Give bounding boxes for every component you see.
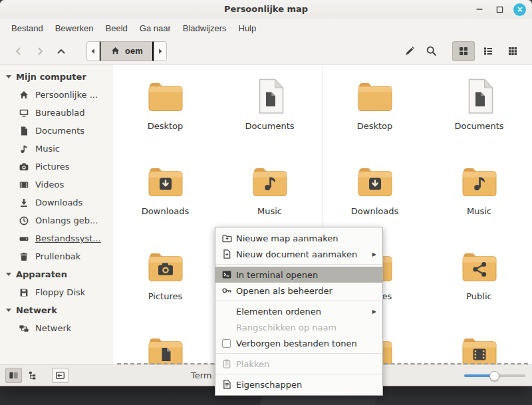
file-documents[interactable]: Documents	[430, 75, 529, 160]
file-documents[interactable]: Documents	[220, 75, 320, 160]
menubar-item-bladwijzers[interactable]: Bladwijzers	[177, 21, 233, 36]
menubar-item-bestand[interactable]: Bestand	[5, 21, 49, 36]
sidebar-item-persoonlijke[interactable]: Persoonlijke ...	[0, 86, 113, 104]
breadcrumb-right-button[interactable]	[154, 41, 167, 61]
menu-separator	[215, 301, 382, 301]
folder-download-icon	[144, 160, 187, 203]
breadcrumb-left-button[interactable]	[86, 41, 100, 61]
minimize-button[interactable]	[473, 3, 485, 15]
menu-item-verborgen-bestanden-tonen[interactable]: Verborgen bestanden tonen	[215, 335, 382, 351]
file-public[interactable]: Public	[430, 245, 529, 331]
checkbox-icon[interactable]	[221, 338, 232, 348]
menu-item-in-terminal-openen[interactable]: In terminal openen	[215, 267, 382, 283]
forward-button[interactable]	[29, 42, 51, 61]
file-label: Documents	[245, 121, 294, 131]
folder-music-icon	[249, 160, 291, 203]
back-icon	[13, 46, 24, 57]
window-controls	[473, 0, 526, 19]
sidebar-item-label: Onlangs geb...	[35, 215, 98, 225]
section-caret-icon	[6, 273, 11, 276]
sidebar-section-label: Mijn computer	[16, 72, 86, 82]
treeview-sidebar-button[interactable]	[25, 368, 41, 383]
floppy-icon	[19, 287, 29, 298]
titlebar[interactable]: Persoonlijke map	[0, 0, 532, 19]
sidebar-section-mijn-computer[interactable]: Mijn computer	[0, 68, 113, 86]
list-view-button[interactable]	[477, 41, 499, 61]
sidebar-item-pictures[interactable]: Pictures	[0, 158, 113, 176]
menu-item-openen-als-beheerder[interactable]: Openen als beheerder	[215, 283, 382, 299]
maximize-button[interactable]	[493, 3, 505, 15]
sidebar-item-label: Videos	[35, 180, 64, 190]
menu-item-label: Plakken	[236, 359, 269, 369]
submenu-arrow-icon: ▶	[372, 251, 376, 257]
menu-item-nieuw-document-aanmaken[interactable]: Nieuw document aanmaken▶	[215, 246, 382, 262]
file-downloads[interactable]: Downloads	[116, 160, 215, 245]
sidebar-item-bestandssyst[interactable]: Bestandssyst...	[0, 229, 113, 247]
menubar-item-hulp[interactable]: Hulp	[233, 21, 263, 36]
home-icon	[19, 90, 29, 100]
sidebar-item-netwerk[interactable]: Netwerk	[0, 319, 113, 337]
menu-item-nieuwe-map-aanmaken[interactable]: Nieuwe map aanmaken	[215, 230, 382, 246]
menu-item-eigenschappen[interactable]: Eigenschappen	[215, 376, 382, 392]
zoom-slider-handle[interactable]	[489, 371, 499, 381]
zoom-slider[interactable]	[464, 365, 525, 386]
file-label: Music	[257, 206, 282, 216]
folder-video-icon	[458, 331, 501, 364]
file-label: Downloads	[142, 206, 189, 216]
sidebar-item-label: Bestandssyst...	[35, 233, 101, 243]
menu-item-label: Verborgen bestanden tonen	[236, 338, 357, 348]
breadcrumb-label: oem	[125, 46, 143, 56]
file-videos[interactable]: Videos	[430, 331, 529, 364]
sidebar-item-downloads[interactable]: Downloads	[0, 194, 113, 211]
camera-icon	[19, 162, 29, 172]
menubar-item-beeld[interactable]: Beeld	[100, 21, 134, 36]
chevron-right-icon	[157, 48, 164, 55]
menubar-item-ga-naar[interactable]: Ga naar	[134, 21, 177, 36]
icon-view-button[interactable]	[452, 41, 475, 61]
menubar-item-bewerken[interactable]: Bewerken	[49, 21, 100, 36]
sidebar-item-bureaublad[interactable]: Bureaublad	[0, 104, 113, 122]
close-button[interactable]	[513, 3, 526, 16]
sidebar-item-videos[interactable]: Videos	[0, 176, 113, 194]
places-sidebar-button[interactable]	[5, 368, 22, 383]
clock-icon	[19, 215, 29, 226]
sidebar-item-floppy-disk[interactable]: Floppy Disk	[0, 283, 113, 301]
sidebar-item-documents[interactable]: Documents	[0, 122, 113, 140]
sidebar-item-label: Downloads	[35, 198, 82, 207]
menubar: BestandBewerkenBeeldGa naarBladwijzersHu…	[0, 19, 532, 38]
file-music[interactable]: Music	[430, 160, 529, 245]
compact-view-button[interactable]	[501, 41, 524, 61]
toggle-sidebar-button[interactable]	[52, 368, 68, 383]
edit-location-button[interactable]	[399, 41, 420, 61]
sidebar-item-music[interactable]: Music	[0, 140, 113, 158]
menu-item-elementen-ordenen[interactable]: Elementen ordenen▶	[215, 303, 382, 319]
up-icon	[56, 46, 66, 57]
sidebar-section-netwerk[interactable]: Netwerk	[0, 301, 113, 319]
sidebar-section-apparaten[interactable]: Apparaten	[0, 265, 113, 283]
menu-item-rangschikken-op-naam[interactable]: Rangschikken op naam	[215, 319, 382, 335]
menu-icon-spacer	[221, 306, 232, 317]
search-button[interactable]	[420, 41, 442, 61]
folder-template-icon	[144, 331, 187, 364]
menu-item-label: In terminal openen	[236, 270, 318, 280]
file-desktop[interactable]: Desktop	[325, 75, 425, 160]
list-view-icon	[483, 46, 493, 57]
document-icon	[458, 75, 501, 118]
file-desktop[interactable]: Desktop	[116, 75, 215, 160]
document-icon	[249, 75, 291, 118]
sidebar-item-prullenbak[interactable]: Prullenbak	[0, 247, 113, 265]
minimize-icon	[475, 5, 484, 14]
sidebar-item-label: Documents	[35, 126, 84, 136]
folder-icon	[354, 75, 396, 118]
file-label: Documents	[454, 121, 503, 131]
menu-item-plakken[interactable]: Plakken	[215, 356, 382, 372]
sidebar-item-onlangs-geb[interactable]: Onlangs geb...	[0, 211, 113, 229]
back-button[interactable]	[8, 42, 29, 61]
breadcrumb-home-button[interactable]: oem	[100, 41, 154, 61]
file-templates[interactable]: Templates	[116, 331, 215, 364]
file-pictures[interactable]: Pictures	[116, 245, 215, 331]
up-button[interactable]	[51, 42, 72, 61]
menu-separator	[215, 374, 382, 374]
zoom-slider-track[interactable]	[464, 374, 525, 377]
sidebar-item-label: Prullenbak	[35, 251, 80, 261]
